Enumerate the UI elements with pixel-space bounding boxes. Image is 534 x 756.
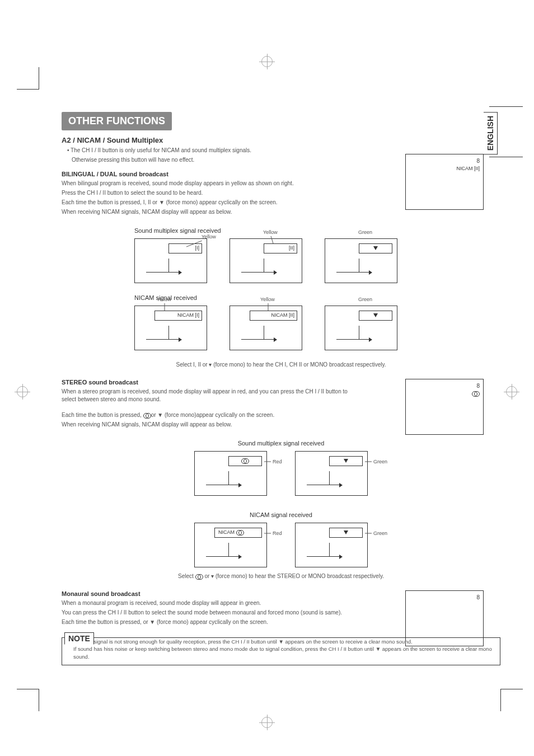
- osd-channel-number: 8: [409, 383, 480, 389]
- diagram-row: Red Green: [62, 451, 500, 496]
- body-text: Each time the button is pressed, or ▼ (f…: [62, 618, 353, 626]
- section-header: OTHER FUNCTIONS: [62, 112, 172, 130]
- body-text: Each time the button is pressed, or ▼ (f…: [62, 411, 353, 419]
- color-label: Yellow: [260, 297, 275, 302]
- body-text: Press the CH I / II button to select the…: [62, 189, 353, 197]
- crop-mark: [17, 689, 39, 711]
- color-label: Green: [358, 297, 372, 302]
- caption-text: Select or ▾ (force mono) to hear the STE…: [62, 573, 500, 579]
- down-triangle-icon: [373, 313, 378, 317]
- color-label: Yellow: [263, 229, 278, 235]
- body-text: Each time the button is pressed, I, II o…: [62, 199, 353, 206]
- osd-display-box: 8 NICAM [II]: [405, 154, 484, 210]
- note-box: NOTE If sound signal is not strong enoug…: [62, 637, 500, 665]
- diagram-box: NICAM: [194, 523, 267, 567]
- pointer-line: [264, 461, 273, 463]
- stereo-icon: [195, 574, 203, 579]
- down-triangle-icon: [344, 530, 348, 534]
- body-text: When a stereo program is received, sound…: [62, 388, 353, 403]
- pointer-line: [264, 532, 273, 534]
- body-text: When receiving NICAM signals, NICAM disp…: [62, 208, 353, 216]
- color-label: Green: [358, 229, 372, 235]
- diagram-title: NICAM signal received: [62, 511, 500, 518]
- body-text: When bilingual program is received, soun…: [62, 180, 353, 187]
- registration-mark: [261, 717, 273, 728]
- pointer-line: [269, 236, 274, 244]
- osd-inner: [228, 456, 262, 466]
- osd-channel-number: 8: [409, 158, 480, 164]
- pointer-line: [186, 241, 203, 247]
- osd-inner: [329, 456, 363, 466]
- color-label: Red: [273, 459, 282, 464]
- diagram-box: [295, 523, 368, 567]
- stereo-icon: [236, 530, 244, 535]
- pointer-line: [365, 532, 373, 534]
- down-triangle-icon: [344, 459, 348, 463]
- body-text: • The CH I / II button is only useful fo…: [67, 147, 500, 154]
- osd-inner: [II]: [264, 243, 297, 253]
- sub-heading: STEREO sound broadcast: [62, 379, 353, 386]
- diagram-row: NICAM Red Green: [62, 523, 500, 567]
- diagram-row: [I] Yellow [II] Yellow: [134, 238, 500, 283]
- osd-display-box: 8: [405, 379, 484, 435]
- diagram-box: NICAM [II]: [229, 306, 302, 350]
- stereo-icon: [241, 458, 249, 463]
- pointer-line: [365, 461, 373, 463]
- diagram-title: Sound multiplex signal received: [62, 440, 500, 447]
- svg-line-0: [186, 241, 202, 247]
- pointer-line: [266, 303, 271, 311]
- color-label: Red: [273, 530, 282, 536]
- subsection-title: A2 / NICAM / Sound Multiplex: [62, 136, 500, 144]
- osd-label: [409, 391, 480, 396]
- diagram-box: [II]: [229, 238, 302, 283]
- osd-inner: [329, 528, 363, 538]
- crop-mark: [500, 689, 523, 711]
- diagram-title: Sound multiplex signal received: [134, 227, 500, 234]
- pointer-line: [162, 303, 168, 311]
- osd-inner: [359, 311, 392, 321]
- osd-inner: NICAM [II]: [250, 311, 297, 321]
- diagram-box: [194, 451, 267, 496]
- color-label: Green: [373, 530, 387, 536]
- diagram-box: NICAM [I]: [134, 306, 207, 350]
- body-text: When a monaural program is received, sou…: [62, 599, 353, 607]
- stereo-icon: [143, 413, 151, 418]
- svg-line-1: [271, 236, 273, 243]
- body-text: You can press the CH I / II button to se…: [62, 609, 353, 617]
- osd-label: NICAM [II]: [409, 166, 480, 171]
- sub-heading: BILINGUAL / DUAL sound broadcast: [62, 171, 353, 177]
- color-label: Green: [373, 459, 387, 464]
- stereo-icon: [472, 391, 480, 396]
- color-label: Yellow: [157, 297, 171, 302]
- caption-text: Select I, II or ▾ (force mono) to hear t…: [62, 361, 500, 368]
- diagram-box: [325, 238, 397, 283]
- osd-inner: NICAM: [214, 528, 262, 538]
- diagram-box: [295, 451, 368, 496]
- osd-inner: NICAM [I]: [154, 311, 202, 321]
- note-text: If sound has hiss noise or keep switchin…: [73, 645, 494, 660]
- diagram-title: NICAM signal received: [134, 294, 500, 301]
- body-text: When receiving NICAM signals, NICAM disp…: [62, 421, 353, 429]
- sub-heading: Monaural sound broadcast: [62, 590, 353, 597]
- diagram-row: NICAM [I] Yellow NICAM [II] Yellow: [134, 306, 500, 350]
- osd-inner: [359, 243, 392, 253]
- color-label: Yellow: [202, 234, 216, 240]
- note-heading: NOTE: [64, 632, 94, 645]
- osd-channel-number: 8: [409, 594, 480, 600]
- down-triangle-icon: [373, 246, 378, 250]
- diagram-box: [325, 306, 397, 350]
